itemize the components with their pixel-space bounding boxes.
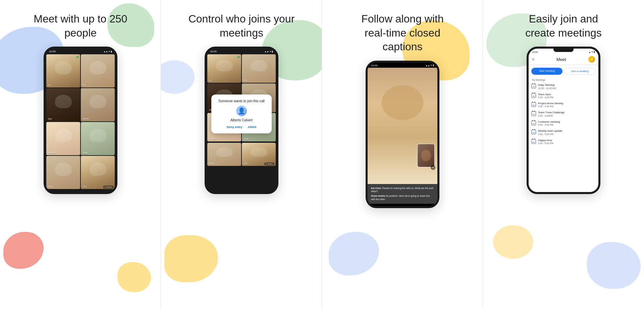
signal-icon: ▲▲ [103,50,108,53]
bg-name-8: You [244,162,248,165]
meeting-item-1[interactable]: Team Sync 2:30 - 3:00 PM [529,91,598,100]
bg-face-2 [242,54,276,83]
blob-blue-4 [587,242,641,289]
phone1-wrapper: 10:00 ▲▲ ▾ ▮ Jo [44,47,117,194]
meeting-info-6: Happy Hour 5:00 - 6:00 PM [538,139,596,144]
meeting-info-3: Team Trivia Challenge 3:30 - 4:00PM [538,111,596,117]
join-meeting-button[interactable]: Join a meeting [564,68,596,75]
phone2-status-icons: ▲▲ ▾ ▮ [264,50,273,53]
participant-name-alexis: Alexis [83,118,89,120]
main-person-video: + [368,68,437,184]
meeting-time-6: 5:00 - 6:00 PM [538,142,596,144]
wifi-icon: ▾ [109,50,110,53]
phone1-status-icons: ▲▲ ▾ ▮ [103,50,112,53]
pip-expand-button[interactable]: + [431,165,435,170]
section4-title: Easily join andcreate meetings [525,12,602,40]
phone4-time: 10:00 [532,51,538,53]
meeting-name-6: Happy Hour [538,139,596,142]
phone4: 10:00 ▲ ▾ ▮ ≡ Meet U New meeting Join a … [527,47,600,194]
bar2 [77,56,78,58]
caption-line-1: Kai Chen Thanks for sharing this with us… [371,187,434,193]
participant-name-jade: Jade [83,151,88,154]
meeting-item-6[interactable]: Happy Hour 5:00 - 6:00 PM [529,137,598,146]
video-cell-mathew: Mathew [46,122,80,155]
phone1: 10:00 ▲▲ ▾ ▮ Jo [44,47,117,194]
phone2-time: 10:00 [210,50,217,53]
user-avatar[interactable]: U [588,56,595,63]
signal-icon-2: ▲▲ [264,50,269,53]
battery-icon: ▮ [111,50,112,53]
battery-icon-4: ▮ [594,51,595,53]
phone4-notch [553,49,574,52]
section-meet-250: Meet with up to 250 people 10:00 ▲▲ ▾ ▮ … [0,0,161,309]
blob-blue-2 [161,60,195,94]
meeting-item-2[interactable]: Project Acme Weekly 3:00 - 3:30 PM [529,100,598,109]
bg-name-1: Jo [209,79,211,81]
deny-entry-button[interactable]: Deny entry [227,125,243,129]
face-you [81,156,115,189]
meeting-info-0: Daily Standup 10:30 - 10:45 AM [538,83,596,89]
blob-yellow-2 [164,235,218,282]
phone2-screen: Jo Em Jo [207,54,276,190]
section1-title: Meet with up to 250 people [27,12,134,40]
video-cell-em: Em [81,54,115,87]
meeting-name-4: Customer meeting [538,120,596,124]
participant-name-jo: Jo [48,84,50,86]
meet-action-buttons: New meeting Join a meeting [529,65,598,77]
calendar-icon-1 [531,93,536,98]
bg-cell-1: Jo [207,54,241,83]
face-jo [46,54,80,87]
battery-icon-3: ▮ [433,64,434,67]
speaking-indicator-jo [76,56,79,58]
signal-icon-4: ▲ [589,51,591,53]
bg-speaking-1 [237,56,240,58]
captions-bar: Kai Chen Thanks for sharing this with us… [368,184,437,204]
bg-name-2: Em [244,79,247,81]
bg-bar3 [239,56,240,58]
phone4-screen: ≡ Meet U New meeting Join a meeting My M… [529,54,598,190]
video-cell-jade: Jade [81,122,115,155]
participant-name-em: Em [83,84,86,86]
meeting-time-1: 2:30 - 3:00 PM [538,96,596,99]
face-em [81,54,115,87]
phone3-notch [392,63,413,66]
join-dialog: Someone wants to join this call 👤 Albert… [211,95,272,133]
participant-name-joe: Joe [48,118,52,120]
participant-name-mathew: Mathew [48,151,56,154]
meeting-time-2: 3:00 - 3:30 PM [538,105,596,108]
phone3-screen: + Kai Chen Thanks for sharing this with … [368,68,437,204]
meeting-item-5[interactable]: Weekly team update 4:30 - 5:00 PM [529,128,598,137]
meeting-item-0[interactable]: Daily Standup 10:30 - 10:45 AM [529,82,598,91]
calendar-icon-4 [531,121,536,125]
phone2-notch [231,49,252,52]
new-meeting-button[interactable]: New meeting [531,68,562,75]
section-captions: Follow along withreal-time closedcaption… [322,0,483,309]
calendar-icon-5 [531,130,536,134]
join-dialog-avatar: 👤 [236,106,247,116]
others-badge: 6 others [103,186,113,188]
pip-face-oval [421,150,431,161]
caption-name-2: Grace Andra [371,195,385,197]
meeting-item-3[interactable]: Team Trivia Challenge 3:30 - 4:00PM [529,109,598,118]
caption-line-2: Grace Andra No problem. Next we're going… [371,194,434,201]
phone1-time: 10:00 [49,50,56,53]
admit-button[interactable]: Admit [248,125,257,129]
hamburger-icon[interactable]: ≡ [532,57,534,62]
phone3: 10:00 ▲▲ ▾ ▮ [366,61,439,208]
join-dialog-title: Someone wants to join this call [216,99,267,103]
battery-icon-2: ▮ [272,50,273,53]
meeting-info-4: Customer meeting 4:00 - 4:30 PM [538,120,596,126]
wifi-icon-4: ▾ [592,51,593,53]
phone4-toolbar: ≡ Meet U [529,54,598,65]
face-jade [81,122,115,155]
meeting-info-2: Project Acme Weekly 3:00 - 3:30 PM [538,102,596,108]
meeting-time-3: 3:30 - 4:00PM [538,115,596,117]
meeting-name-2: Project Acme Weekly [538,102,596,105]
wifi-icon-2: ▾ [270,50,271,53]
meeting-item-4[interactable]: Customer meeting 4:00 - 4:30 PM [529,119,598,128]
video-cell-jo: Jo [46,54,80,87]
phone3-wrapper: 10:00 ▲▲ ▾ ▮ [366,61,439,208]
bg-cell-2: Em [242,54,276,83]
face-mathew [46,122,80,155]
participant-name-amy: Amy [48,185,53,188]
